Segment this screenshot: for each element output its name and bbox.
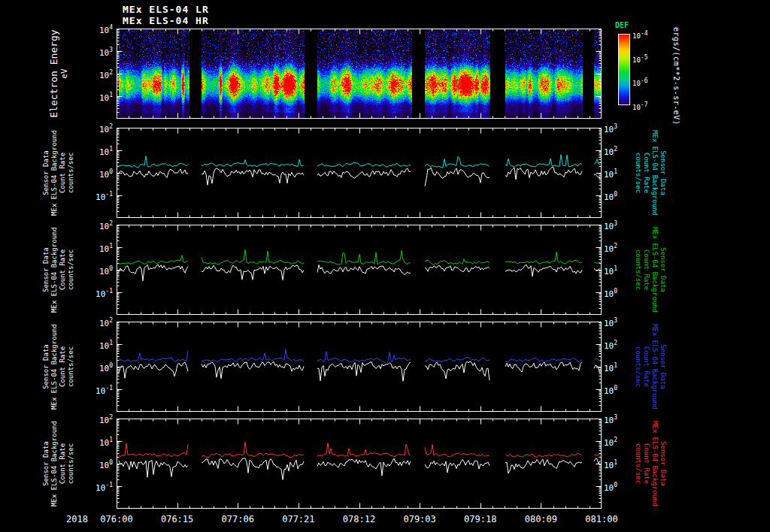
- spectrogram-canvas: [117, 29, 602, 119]
- axis-label-line: MEx ELS-04 Background: [50, 407, 59, 520]
- axis-label-line: counts/sec: [634, 116, 642, 229]
- y-axis-tick-label: 102: [99, 220, 113, 231]
- x-axis-tick-label: 081:00: [579, 514, 624, 524]
- y-axis-tick-label: 100: [604, 385, 617, 396]
- y-axis-tick-label: 103: [604, 414, 617, 425]
- y-axis-tick-label: 100: [604, 288, 617, 299]
- axis-label-line: Count Rate: [59, 407, 67, 520]
- y-axis-tick-label: 101: [604, 265, 617, 277]
- colorbar-units-label: ergs/(cm**2-s-sr-eV): [672, 27, 681, 140]
- spectrogram-y-axis-label-line2: eV: [59, 14, 70, 134]
- y-axis-tick-label: 100: [99, 362, 113, 373]
- axis-label-line: MEx ELS-04 Background: [50, 310, 59, 423]
- count-rate-panel-canvas-2: [117, 225, 602, 315]
- y-axis-tick-label: 10-1: [95, 482, 113, 493]
- y-axis-tick-label: 10-1: [95, 385, 113, 396]
- panel-2-left-axis-label: Sensor Data MEx ELS-04 Background Count …: [42, 213, 78, 326]
- x-axis-tick-label: 077:21: [276, 514, 321, 524]
- y-axis-tick-label: 102: [99, 123, 113, 135]
- axis-label-line: counts/sec: [67, 116, 75, 229]
- colorbar-tick-label: 10-7: [632, 101, 647, 111]
- y-axis-tick-label: 103: [99, 47, 113, 58]
- count-rate-panel-canvas-4: [117, 419, 602, 509]
- panel-3-left-axis-label: Sensor Data MEx ELS-04 Background Count …: [42, 310, 78, 423]
- axis-label-line: counts/sec: [67, 213, 75, 326]
- axis-label-line: counts/sec: [634, 407, 642, 520]
- y-axis-tick-label: 102: [604, 243, 617, 254]
- x-axis-year-label: 2018: [66, 514, 88, 524]
- spectrogram-y-axis-label-line1: Electron Energy: [49, 14, 59, 134]
- colorbar-tick-label: 10-4: [632, 30, 647, 40]
- count-rate-panel-canvas-3: [117, 322, 602, 412]
- axis-label-line: Sensor Data: [659, 407, 667, 520]
- y-axis-tick-label: 103: [604, 317, 617, 328]
- y-axis-tick-label: 101: [604, 459, 617, 470]
- panel-4-left-axis-label: Sensor Data MEx ELS-04 Background Count …: [42, 407, 78, 520]
- y-axis-tick-label: 102: [99, 69, 113, 80]
- axis-label-line: counts/sec: [634, 310, 642, 423]
- y-axis-tick-label: 100: [99, 459, 113, 470]
- panel-2-right-axis-label: Sensor Data MEx ELS-04 Background Count …: [631, 213, 667, 326]
- y-axis-tick-label: 103: [604, 123, 617, 135]
- x-axis-tick-label: 079:18: [458, 514, 503, 524]
- count-rate-panel-canvas-1: [117, 128, 602, 218]
- plot-title-hr: MEx ELS-04 HR: [123, 15, 209, 26]
- y-axis-tick-label: 100: [99, 168, 113, 180]
- colorbar-tick-label: 10-5: [632, 54, 647, 64]
- y-axis-tick-label: 101: [604, 362, 617, 373]
- y-axis-tick-label: 102: [99, 317, 113, 328]
- axis-label-line: MEx ELS-04 Background: [650, 213, 659, 326]
- y-axis-tick-label: 104: [99, 24, 113, 35]
- axis-label-line: MEx ELS-04 Background: [50, 116, 59, 229]
- axis-label-line: counts/sec: [67, 407, 75, 520]
- axis-label-line: Sensor Data: [659, 213, 667, 326]
- mex-els-plot-window: MEx ELS-04 LR MEx ELS-04 HR Electron Ene…: [0, 0, 770, 532]
- y-axis-tick-label: 100: [604, 482, 617, 493]
- axis-label-line: Sensor Data: [42, 310, 50, 423]
- axis-label-line: Count Rate: [642, 310, 650, 423]
- y-axis-tick-label: 101: [99, 243, 113, 254]
- colorbar-title: DEF: [615, 21, 629, 29]
- axis-label-line: Count Rate: [642, 407, 650, 520]
- y-axis-tick-label: 100: [99, 265, 113, 277]
- axis-label-line: MEx ELS-04 Background: [50, 213, 59, 326]
- y-axis-tick-label: 102: [604, 340, 617, 351]
- axis-label-line: Sensor Data: [659, 310, 667, 423]
- axis-label-line: Count Rate: [59, 213, 67, 326]
- axis-label-line: Sensor Data: [42, 116, 50, 229]
- y-axis-tick-label: 102: [99, 414, 113, 425]
- panel-1-right-axis-label: Sensor Data MEx ELS-04 Background Count …: [631, 116, 667, 229]
- axis-label-line: counts/sec: [67, 310, 75, 423]
- axis-label-line: counts/sec: [634, 213, 642, 326]
- x-axis-tick-label: 080:09: [518, 514, 563, 524]
- axis-label-line: MEx ELS-04 Background: [650, 116, 659, 229]
- spectrogram-y-axis-label: Electron Energy eV: [49, 14, 71, 134]
- axis-label-line: Count Rate: [59, 310, 67, 423]
- x-axis-tick-label: 079:03: [397, 514, 442, 524]
- x-axis-tick-label: 076:15: [155, 514, 200, 524]
- y-axis-tick-label: 10-1: [95, 191, 113, 202]
- y-axis-tick-label: 101: [99, 340, 113, 351]
- axis-label-line: Sensor Data: [42, 407, 50, 520]
- y-axis-tick-label: 103: [604, 220, 617, 231]
- axis-label-line: MEx ELS-04 Background: [650, 310, 659, 423]
- y-axis-tick-label: 101: [99, 437, 113, 448]
- y-axis-tick-label: 102: [604, 437, 617, 448]
- colorbar-tick-label: 10-6: [632, 77, 647, 87]
- x-axis-tick-label: 076:00: [94, 514, 139, 524]
- panel-3-right-axis-label: Sensor Data MEx ELS-04 Background Count …: [631, 310, 667, 423]
- panel-1-left-axis-label: Sensor Data MEx ELS-04 Background Count …: [42, 116, 78, 229]
- colorbar: [618, 34, 630, 105]
- y-axis-tick-label: 102: [604, 146, 617, 157]
- y-axis-tick-label: 101: [604, 168, 617, 180]
- y-axis-tick-label: 10-1: [95, 288, 113, 299]
- axis-label-line: Sensor Data: [42, 213, 50, 326]
- y-axis-tick-label: 101: [99, 92, 113, 103]
- axis-label-line: Sensor Data: [659, 116, 667, 229]
- x-axis-tick-label: 077:06: [215, 514, 260, 524]
- x-axis-tick-label: 078:12: [337, 514, 382, 524]
- y-axis-tick-label: 101: [99, 146, 113, 157]
- axis-label-line: Count Rate: [642, 116, 650, 229]
- axis-label-line: Count Rate: [642, 213, 650, 326]
- axis-label-line: Count Rate: [59, 116, 67, 229]
